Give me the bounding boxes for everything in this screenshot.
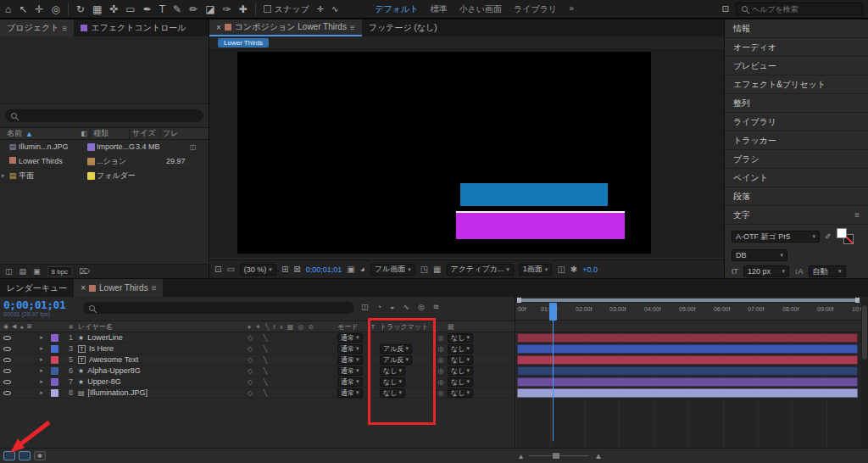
layer-switches[interactable]: ◇ ╲	[244, 367, 337, 375]
view-layout-dropdown[interactable]: 1画面▾	[519, 264, 553, 276]
shape-tool-icon[interactable]: ▭	[125, 4, 135, 14]
tab-project[interactable]: プロジェクト ≡	[0, 20, 74, 36]
close-icon[interactable]: ×	[81, 283, 86, 293]
project-item-comp[interactable]: Lower Thirds ...ション 29.97	[0, 154, 209, 169]
zoom-slider-handle[interactable]	[553, 453, 559, 459]
parent-dropdown[interactable]: なし▾	[448, 355, 473, 365]
tab-render-queue[interactable]: レンダーキュー	[0, 279, 74, 297]
layer-row-7[interactable]: ▸ 7 ★ Upper-8G ◇ ╲ 通常▾ なし▾ ◎ なし▾	[0, 377, 515, 388]
parent-dropdown[interactable]: なし▾	[448, 344, 473, 354]
timeline-vertical-scrollbar[interactable]	[861, 303, 868, 448]
new-folder-icon[interactable]: ▤	[19, 267, 27, 276]
transparency-grid-icon[interactable]: ▦	[433, 265, 441, 274]
tab-footage[interactable]: フッテージ (なし)	[362, 20, 444, 36]
upper-bar-shape[interactable]	[460, 183, 608, 206]
workspace-overflow-icon[interactable]: »	[569, 3, 574, 15]
label-color[interactable]	[47, 389, 61, 397]
visibility-eye-icon[interactable]	[3, 358, 11, 362]
panel-brushes[interactable]: ブラシ	[725, 150, 868, 169]
label-color[interactable]	[47, 367, 61, 375]
parent-dropdown[interactable]: なし▾	[448, 366, 473, 376]
layer-row-3[interactable]: ▸ 3 T Is Here ◇ ╲ 通常▾ アル反▾ ◎ なし▾	[0, 343, 515, 354]
parent-pickwhip-icon[interactable]: ◎	[434, 345, 448, 353]
project-search[interactable]	[5, 109, 203, 122]
timeline-search[interactable]	[83, 302, 354, 314]
column-label-icon[interactable]: ◧	[78, 130, 90, 137]
pixel-aspect-icon[interactable]: ◫	[557, 265, 565, 274]
workspace-default[interactable]: デフォルト	[375, 3, 418, 15]
parent-dropdown[interactable]: なし▾	[448, 333, 473, 343]
parent-pickwhip-icon[interactable]: ◎	[434, 356, 448, 364]
panel-menu-icon[interactable]: ≡	[854, 210, 860, 220]
visibility-eye-icon[interactable]	[3, 347, 11, 351]
comp-flowchart-icon[interactable]: ◫	[361, 303, 369, 311]
visibility-eye-icon[interactable]	[3, 369, 11, 373]
hide-shy-icon[interactable]: ◒	[390, 303, 394, 311]
help-search[interactable]	[736, 3, 863, 15]
layer-row-6[interactable]: ▸ 6 ★ Alpha-Upper8G ◇ ╲ 通常▾ なし▾ ◎ なし▾	[0, 365, 515, 377]
fast-previews-icon[interactable]: ✱	[570, 265, 577, 274]
panel-menu-icon[interactable]: ≡	[350, 23, 355, 32]
label-color[interactable]	[85, 172, 97, 180]
workspace-library[interactable]: ライブラリ	[514, 3, 557, 15]
panel-audio[interactable]: オーディオ	[725, 38, 868, 57]
blend-mode-dropdown[interactable]: 通常▾	[337, 377, 363, 387]
channels-icon[interactable]: ◕	[360, 265, 365, 274]
panel-align[interactable]: 整列	[725, 94, 868, 113]
column-layer-name[interactable]: レイヤー名	[78, 322, 244, 332]
panel-library[interactable]: ライブラリ	[725, 113, 868, 131]
layer-name[interactable]: T Is Here	[78, 344, 244, 353]
panel-paint[interactable]: ペイント	[725, 169, 868, 187]
layer-name[interactable]: ★ Alpha-Upper8G	[78, 366, 244, 375]
layer-bar[interactable]	[517, 388, 858, 398]
panel-tracker[interactable]: トラッカー	[725, 131, 868, 150]
new-composition-icon[interactable]: ▣	[33, 267, 41, 276]
column-mode[interactable]: モード	[337, 322, 370, 332]
mask-visibility-icon[interactable]: ⊠	[293, 265, 300, 274]
work-area-bar[interactable]	[517, 298, 860, 302]
tab-effect-controls[interactable]: エフェクトコントロール	[74, 20, 192, 36]
label-color[interactable]	[47, 334, 61, 342]
breadcrumb[interactable]: Lower Thirds	[218, 38, 269, 47]
label-color[interactable]	[47, 345, 61, 353]
parent-dropdown[interactable]: なし▾	[448, 377, 473, 387]
workspace-box-icon[interactable]: ⊡	[722, 5, 729, 14]
orbit-tool-icon[interactable]: ↻	[76, 4, 85, 14]
lower-bar-shape[interactable]	[456, 211, 625, 239]
project-item-folder[interactable]: ▸ ▤ 平面 フォルダー	[0, 169, 209, 183]
layer-switches[interactable]: ◇ ╲	[244, 356, 337, 364]
selection-tool-icon[interactable]: ↖	[19, 4, 27, 14]
puppet-pin-tool-icon[interactable]: ✚	[239, 4, 248, 14]
clone-stamp-tool-icon[interactable]: ✏	[189, 4, 198, 14]
leading-dropdown[interactable]: 自動▾	[809, 265, 846, 277]
blend-mode-dropdown[interactable]: 通常▾	[337, 344, 363, 354]
layer-row-1[interactable]: ▸ 1 ★ LowerLine ◇ ╲ 通常▾ ◎ なし▾	[0, 332, 515, 343]
layer-name[interactable]: T Awesome Text	[78, 355, 244, 364]
blend-mode-dropdown[interactable]: 通常▾	[337, 388, 363, 398]
project-item-jpg[interactable]: ▤ Illumin...n.JPG Importe...G 3.4 MB ◫	[0, 140, 209, 154]
close-icon[interactable]: ×	[216, 23, 221, 32]
current-time-display[interactable]: 0;00;01;01	[306, 265, 342, 274]
composition-canvas[interactable]	[237, 52, 651, 254]
visibility-eye-icon[interactable]	[3, 380, 11, 384]
label-color[interactable]	[47, 378, 61, 386]
layer-name[interactable]: ★ Upper-8G	[78, 377, 244, 386]
visibility-eye-icon[interactable]	[3, 336, 11, 340]
trash-icon[interactable]: ⌦	[79, 267, 90, 276]
layer-row-5[interactable]: ▸ 5 T Awesome Text ◇ ╲ 通常▾ アル反▾ ◎ なし▾	[0, 354, 515, 365]
tab-composition[interactable]: × コンポジション Lower Thirds ≡	[209, 20, 362, 36]
time-ruler[interactable]: :00f 01:00f 02:00f 03:00f 04:00f 05:00f …	[515, 303, 861, 321]
panel-paragraph[interactable]: 段落	[725, 187, 868, 206]
fill-swatch[interactable]	[837, 228, 847, 238]
main-monitor-icon[interactable]: ▭	[226, 265, 234, 274]
layer-switches[interactable]: ◇ ╲	[244, 334, 337, 342]
layer-bar[interactable]	[517, 355, 858, 365]
tab-timeline-lower-thirds[interactable]: × Lower Thirds ≡	[74, 279, 163, 297]
roto-brush-tool-icon[interactable]: ✑	[223, 4, 231, 14]
layer-bar[interactable]	[517, 366, 858, 376]
label-color[interactable]	[47, 356, 61, 364]
pan-behind-tool-icon[interactable]: ✜	[109, 4, 118, 14]
column-parent[interactable]: 親	[448, 322, 497, 332]
current-time-indicator-line[interactable]	[553, 303, 554, 441]
parent-dropdown[interactable]: なし▾	[448, 388, 473, 398]
